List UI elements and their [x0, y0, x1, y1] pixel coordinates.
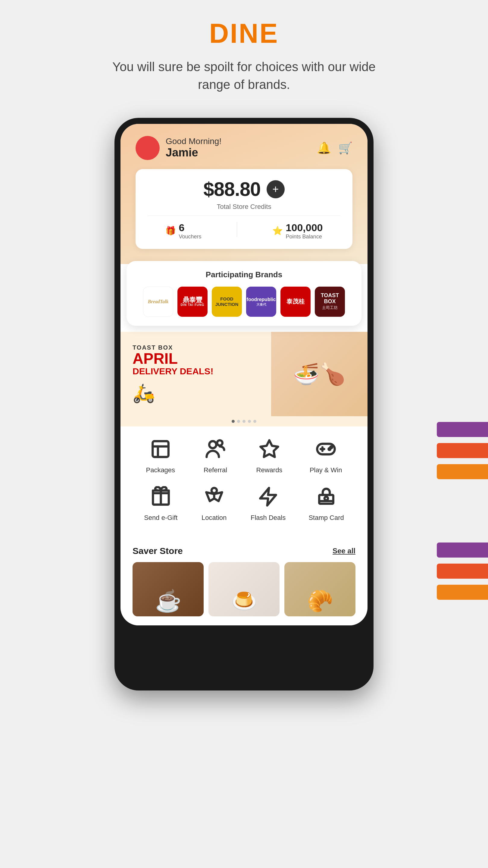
brand-foodrepublic[interactable]: foodrepublic 大食代 — [246, 287, 276, 317]
menu-row-2: Send e-Gift Location — [133, 483, 355, 522]
scooter-illustration: 🛵 — [133, 382, 259, 404]
svg-rect-6 — [153, 441, 169, 457]
play-win-icon-wrap — [313, 435, 339, 463]
brand-yimuichan[interactable]: 泰茂桂 — [281, 287, 311, 317]
promo-subtitle: DELIVERY DEALS! — [133, 366, 259, 376]
bg-decoration — [437, 422, 488, 693]
promo-dots — [121, 416, 367, 427]
promo-title: APRIL — [133, 351, 259, 366]
rewards-icon — [259, 438, 280, 460]
saver-item-2[interactable]: 🍮 — [208, 562, 280, 616]
vouchers-stat: 🎁 6 Vouchers — [165, 222, 201, 240]
header-icons: 🔔 🛒 — [317, 141, 352, 155]
points-stat: ⭐ 100,000 Points Balance — [272, 222, 323, 240]
svg-point-7 — [209, 441, 216, 448]
app-menu: Packages Referral — [121, 427, 367, 540]
saver-item-1[interactable]: ☕ — [133, 562, 204, 616]
vouchers-label: Vouchers — [179, 234, 201, 240]
svg-point-12 — [330, 446, 332, 448]
see-all-link[interactable]: See all — [332, 547, 355, 555]
svg-rect-0 — [437, 422, 488, 437]
rewards-label: Rewards — [256, 466, 283, 474]
svg-point-14 — [212, 488, 217, 493]
menu-item-rewards[interactable]: Rewards — [256, 435, 283, 474]
svg-point-17 — [324, 497, 328, 500]
menu-item-stamp-card[interactable]: Stamp Card — [308, 483, 344, 522]
dot-4[interactable] — [248, 420, 251, 423]
points-balance: 100,000 — [286, 222, 323, 234]
rewards-icon-wrap — [256, 435, 283, 463]
dot-1[interactable] — [232, 420, 235, 423]
brand-breadtalk[interactable]: BreadTalk — [143, 287, 173, 317]
packages-label: Packages — [146, 466, 175, 474]
flash-icon — [258, 486, 279, 507]
phone-frame: Good Morning! Jamie 🔔 🛒 $88.80 + Total S… — [115, 118, 373, 690]
packages-icon — [150, 438, 171, 460]
dot-2[interactable] — [237, 420, 240, 423]
menu-item-flash-deals[interactable]: Flash Deals — [251, 483, 286, 522]
stamp-card-icon-wrap — [313, 483, 340, 510]
brand-toastbox[interactable]: TOASTBOX土司工坊 — [315, 287, 345, 317]
gamepad-icon — [315, 438, 336, 460]
brand-dintaifung[interactable]: 鼎泰豐 DIN TAI FUNG — [177, 287, 207, 317]
cart-icon[interactable]: 🛒 — [338, 141, 352, 155]
play-win-label: Play & Win — [310, 466, 342, 474]
stats-row: 🎁 6 Vouchers ⭐ 100,000 Points Balance — [148, 219, 340, 243]
location-label: Location — [201, 514, 227, 522]
svg-rect-4 — [437, 564, 488, 579]
promo-content: TOAST BOX APRIL DELIVERY DEALS! 🛵 — [121, 335, 271, 413]
menu-row-1: Packages Referral — [133, 435, 355, 474]
svg-marker-9 — [261, 440, 278, 457]
stamp-card-label: Stamp Card — [308, 514, 344, 522]
stamp-icon — [316, 486, 337, 507]
saver-store-header: Saver Store See all — [133, 546, 355, 556]
vouchers-info: 6 Vouchers — [179, 222, 201, 240]
brands-row: BreadTalk 鼎泰豐 DIN TAI FUNG FOODJUNCTION … — [135, 287, 352, 317]
flash-deals-icon-wrap — [255, 483, 282, 510]
promo-image: 🍜🍗 — [271, 332, 367, 416]
user-info: Good Morning! Jamie — [135, 136, 221, 160]
referral-icon-wrap — [202, 435, 229, 463]
brands-card: Participating Brands BreadTalk 鼎泰豐 DIN T… — [127, 261, 361, 326]
credits-card: $88.80 + Total Store Credits 🎁 6 Voucher… — [135, 169, 352, 249]
gift-icon — [150, 486, 171, 507]
svg-point-8 — [217, 440, 223, 445]
saver-store: Saver Store See all ☕ 🍮 🥐 — [121, 540, 367, 625]
location-icon — [204, 486, 225, 507]
menu-item-send-egift[interactable]: Send e-Gift — [144, 483, 177, 522]
referral-label: Referral — [204, 466, 227, 474]
brand-foodjunction[interactable]: FOODJUNCTION — [212, 287, 242, 317]
voucher-icon: 🎁 — [165, 226, 176, 236]
points-label: Points Balance — [286, 234, 323, 240]
menu-item-packages[interactable]: Packages — [146, 435, 175, 474]
credits-amount: $88.80 — [203, 178, 261, 200]
saver-store-items: ☕ 🍮 🥐 — [133, 562, 355, 616]
dot-3[interactable] — [242, 420, 246, 423]
location-icon-wrap — [201, 483, 228, 510]
greeting-block: Good Morning! Jamie — [166, 136, 221, 159]
brands-title: Participating Brands — [135, 270, 352, 279]
page-title: DINE — [209, 18, 279, 49]
stats-divider — [237, 222, 237, 237]
phone-screen: Good Morning! Jamie 🔔 🛒 $88.80 + Total S… — [121, 124, 367, 625]
saver-item-3[interactable]: 🥐 — [284, 562, 355, 616]
dot-5[interactable] — [253, 420, 256, 423]
svg-marker-15 — [260, 488, 276, 505]
user-name: Jamie — [166, 146, 221, 159]
bell-icon[interactable]: 🔔 — [317, 141, 331, 155]
points-info: 100,000 Points Balance — [286, 222, 323, 240]
menu-item-location[interactable]: Location — [201, 483, 228, 522]
menu-item-play-win[interactable]: Play & Win — [310, 435, 342, 474]
svg-rect-2 — [437, 464, 488, 479]
flash-deals-label: Flash Deals — [251, 514, 286, 522]
send-egift-icon-wrap — [147, 483, 174, 510]
promo-banner[interactable]: TOAST BOX APRIL DELIVERY DEALS! 🛵 🍜🍗 — [121, 332, 367, 416]
vouchers-count: 6 — [179, 222, 201, 234]
menu-item-referral[interactable]: Referral — [202, 435, 229, 474]
svg-rect-1 — [437, 443, 488, 458]
add-credits-button[interactable]: + — [267, 180, 285, 198]
page-subtitle: You will sure be spoilt for choices with… — [108, 58, 380, 94]
avatar — [135, 136, 160, 160]
credits-label: Total Store Credits — [148, 203, 340, 211]
svg-rect-5 — [437, 585, 488, 600]
